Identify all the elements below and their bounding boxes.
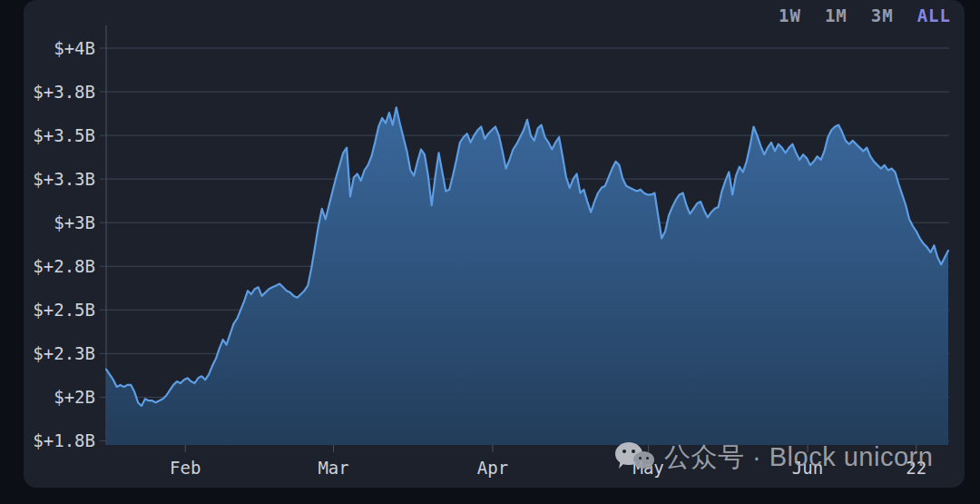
y-axis-label: $+3B: [54, 212, 95, 232]
x-axis-label: Apr: [477, 458, 508, 478]
y-axis-label: $+2B: [54, 387, 95, 407]
watermark-text: 公众号 · Block unicorn: [664, 440, 933, 476]
y-axis-label: $+3.8B: [33, 82, 95, 102]
y-axis-label: $+2.3B: [33, 343, 95, 363]
y-axis-label: $+4B: [54, 38, 95, 58]
wechat-watermark: 公众号 · Block unicorn: [615, 440, 933, 476]
range-button-3m[interactable]: 3M: [871, 5, 894, 25]
y-axis-label: $+1.8B: [33, 430, 95, 450]
range-button-all[interactable]: ALL: [917, 5, 951, 25]
y-axis-label: $+3.3B: [33, 169, 95, 189]
range-button-1m[interactable]: 1M: [825, 5, 848, 25]
y-axis-label: $+2.5B: [33, 300, 95, 320]
y-axis-label: $+2.8B: [33, 256, 95, 276]
x-axis-label: Mar: [318, 458, 348, 478]
crypto-value-chart-screen: $+4B$+3.8B$+3.5B$+3.3B$+3B$+2.8B$+2.5B$+…: [0, 0, 980, 504]
wechat-icon: [615, 442, 655, 473]
area-chart[interactable]: $+4B$+3.8B$+3.5B$+3.3B$+3B$+2.8B$+2.5B$+…: [0, 0, 980, 504]
y-axis-label: $+3.5B: [33, 125, 95, 145]
time-range-selector: 1W 1M 3M ALL: [779, 5, 951, 25]
range-button-1w[interactable]: 1W: [779, 5, 801, 25]
x-axis-label: Feb: [170, 458, 201, 478]
